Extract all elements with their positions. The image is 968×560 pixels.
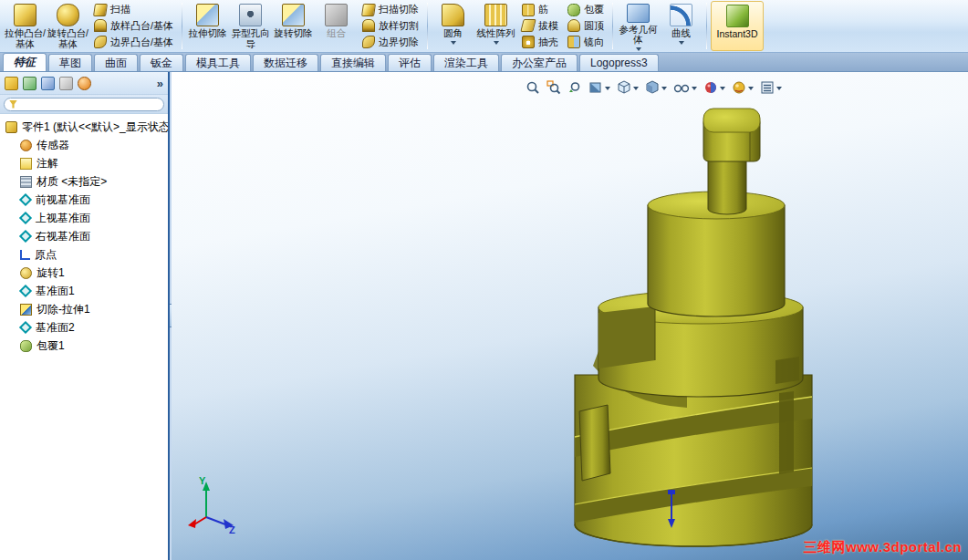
tree-item-front-plane[interactable]: 前视基准面 bbox=[0, 191, 168, 209]
property-manager-tab-icon[interactable] bbox=[23, 77, 36, 90]
tree-item-plane2[interactable]: 基准面2 bbox=[0, 318, 168, 337]
cut-extrude-feature-icon bbox=[20, 304, 32, 316]
filter-funnel-icon bbox=[9, 100, 17, 109]
ribbon-button-label: 镜向 bbox=[584, 36, 604, 49]
ribbon-group-instant3d: Instant3D bbox=[710, 0, 765, 52]
ribbon-button-shell[interactable]: 抽壳 bbox=[520, 35, 560, 50]
tree-item-label: 前视基准面 bbox=[36, 192, 90, 208]
tab-mold-tools[interactable]: 模具工具 bbox=[185, 54, 251, 71]
ribbon-button-label: 异型孔向导 bbox=[230, 28, 272, 50]
chevron-down-icon bbox=[720, 87, 725, 90]
zoom-area-icon bbox=[546, 80, 561, 95]
tab-sheet-metal[interactable]: 钣金 bbox=[140, 54, 183, 71]
ribbon-button-wrap[interactable]: 包覆 bbox=[566, 2, 606, 17]
tree-item-label: 传感器 bbox=[36, 138, 69, 153]
apply-scene-icon bbox=[732, 80, 746, 95]
command-manager-tabs: 特征 草图 曲面 钣金 模具工具 数据迁移 直接编辑 评估 渲染工具 办公室产品… bbox=[0, 53, 968, 72]
tree-item-wrap1[interactable]: 包覆1 bbox=[0, 337, 168, 355]
tree-item-label: 材质 <未指定> bbox=[36, 174, 107, 190]
tree-item-right-plane[interactable]: 右视基准面 bbox=[0, 227, 168, 245]
graphics-viewport[interactable]: Y Z bbox=[172, 72, 968, 560]
dimxpert-manager-tab-icon[interactable] bbox=[59, 77, 73, 90]
ribbon-stack-cut: 扫描切除 放样切割 边界切除 bbox=[358, 1, 423, 51]
tab-label: 曲面 bbox=[105, 56, 127, 71]
ribbon-button-linear-pattern[interactable]: 线性阵列 bbox=[474, 1, 517, 51]
3d-model[interactable] bbox=[575, 109, 812, 546]
ribbon-button-extruded-boss[interactable]: 拉伸凸台/基体 bbox=[4, 1, 47, 51]
tab-direct-editing[interactable]: 直接编辑 bbox=[320, 54, 386, 71]
tree-item-top-plane[interactable]: 上视基准面 bbox=[0, 209, 168, 227]
ribbon-button-extruded-cut[interactable]: 拉伸切除 bbox=[186, 1, 229, 51]
tab-render-tools[interactable]: 渲染工具 bbox=[433, 54, 499, 71]
configuration-manager-tab-icon[interactable] bbox=[41, 77, 55, 90]
ribbon-button-instant3d[interactable]: Instant3D bbox=[711, 1, 764, 51]
tree-item-sensors[interactable]: 传感器 bbox=[0, 136, 168, 154]
ribbon-button-boundary-cut[interactable]: 边界切除 bbox=[360, 35, 421, 50]
ribbon-button-curves[interactable]: 曲线 bbox=[660, 1, 703, 51]
feature-manager-panel: » 零件1 (默认<<默认>_显示状态 传感器 注解 材质 <未指定> bbox=[0, 72, 170, 560]
tab-office-products[interactable]: 办公室产品 bbox=[501, 54, 578, 71]
tree-item-part-root[interactable]: 零件1 (默认<<默认>_显示状态 bbox=[0, 118, 168, 136]
tree-item-annotations[interactable]: 注解 bbox=[0, 154, 168, 172]
ribbon-button-hole-wizard[interactable]: 异型孔向导 bbox=[229, 1, 272, 51]
view-orientation-button[interactable] bbox=[617, 80, 639, 95]
ribbon-button-boundary-boss[interactable]: 边界凸台/基体 bbox=[92, 35, 175, 50]
tree-item-material[interactable]: 材质 <未指定> bbox=[0, 172, 168, 191]
ribbon-button-revolved-cut[interactable]: 旋转切除 bbox=[272, 1, 315, 51]
edit-appearance-icon bbox=[703, 80, 718, 95]
ribbon-button-fillet[interactable]: 圆角 bbox=[432, 1, 474, 51]
tree-item-label: 切除-拉伸1 bbox=[36, 302, 90, 317]
edit-appearance-button[interactable] bbox=[703, 80, 725, 95]
hide-show-items-button[interactable] bbox=[673, 80, 697, 95]
section-view-button[interactable] bbox=[588, 80, 610, 95]
ribbon-button-swept-cut[interactable]: 扫描切除 bbox=[360, 2, 421, 17]
ribbon-button-label: 扫描切除 bbox=[379, 3, 419, 16]
ribbon-button-mirror[interactable]: 镜向 bbox=[566, 35, 606, 50]
ribbon-button-label: 拉伸切除 bbox=[187, 28, 229, 39]
swept-boss-icon bbox=[93, 4, 108, 16]
sensors-icon bbox=[20, 140, 32, 151]
ribbon-button-label: 圆顶 bbox=[584, 19, 604, 33]
curves-icon bbox=[670, 4, 692, 26]
panel-overflow-chevrons[interactable]: » bbox=[157, 77, 163, 90]
tree-filter-input[interactable] bbox=[4, 98, 164, 111]
tree-item-origin[interactable]: 原点 bbox=[0, 245, 168, 264]
feature-manager-tab-icon[interactable] bbox=[5, 77, 18, 90]
dome-icon bbox=[567, 19, 580, 32]
tab-sketch[interactable]: 草图 bbox=[48, 54, 92, 71]
ribbon-button-label: 线性阵列 bbox=[475, 28, 517, 39]
tree-item-revolve1[interactable]: 旋转1 bbox=[0, 264, 168, 282]
instant3d-icon bbox=[726, 5, 749, 27]
ribbon-separator bbox=[182, 3, 182, 49]
ribbon-button-combine[interactable]: 组合 bbox=[315, 1, 358, 51]
ribbon-button-revolved-boss[interactable]: 旋转凸台/基体 bbox=[47, 1, 89, 51]
display-style-button[interactable] bbox=[645, 80, 667, 95]
ribbon-button-reference-geometry[interactable]: 参考几何体 bbox=[617, 1, 660, 51]
tab-surfaces[interactable]: 曲面 bbox=[94, 54, 138, 71]
ribbon-button-draft[interactable]: 拔模 bbox=[520, 18, 560, 34]
ribbon-button-rib[interactable]: 筋 bbox=[520, 2, 560, 17]
ribbon-button-lofted-boss[interactable]: 放样凸台/基体 bbox=[92, 18, 175, 34]
previous-view-button[interactable] bbox=[567, 80, 582, 95]
previous-view-icon bbox=[567, 80, 582, 95]
tab-data-migration[interactable]: 数据迁移 bbox=[253, 54, 318, 71]
zoom-area-button[interactable] bbox=[546, 80, 561, 95]
material-icon bbox=[20, 176, 32, 188]
ribbon-button-label: 拉伸凸台/基体 bbox=[5, 28, 47, 50]
ribbon-button-swept-boss[interactable]: 扫描 bbox=[92, 2, 175, 17]
tab-logopress3[interactable]: Logopress3 bbox=[579, 54, 659, 71]
display-manager-tab-icon[interactable] bbox=[78, 77, 91, 90]
tab-label: 渲染工具 bbox=[444, 56, 488, 71]
view-settings-button[interactable] bbox=[760, 80, 782, 95]
ribbon-button-label: 放样切割 bbox=[379, 19, 419, 33]
tab-features[interactable]: 特征 bbox=[3, 53, 47, 71]
tab-evaluate[interactable]: 评估 bbox=[388, 54, 432, 71]
ribbon-button-lofted-cut[interactable]: 放样切割 bbox=[360, 18, 421, 34]
tree-item-label: 基准面1 bbox=[36, 284, 75, 299]
tree-item-cut-extrude1[interactable]: 切除-拉伸1 bbox=[0, 300, 168, 318]
tree-item-plane1[interactable]: 基准面1 bbox=[0, 282, 168, 300]
zoom-fit-button[interactable] bbox=[526, 80, 540, 95]
ribbon-button-dome[interactable]: 圆顶 bbox=[566, 18, 606, 34]
3d-model-canvas[interactable]: Y Z bbox=[172, 72, 968, 560]
apply-scene-button[interactable] bbox=[732, 80, 754, 95]
